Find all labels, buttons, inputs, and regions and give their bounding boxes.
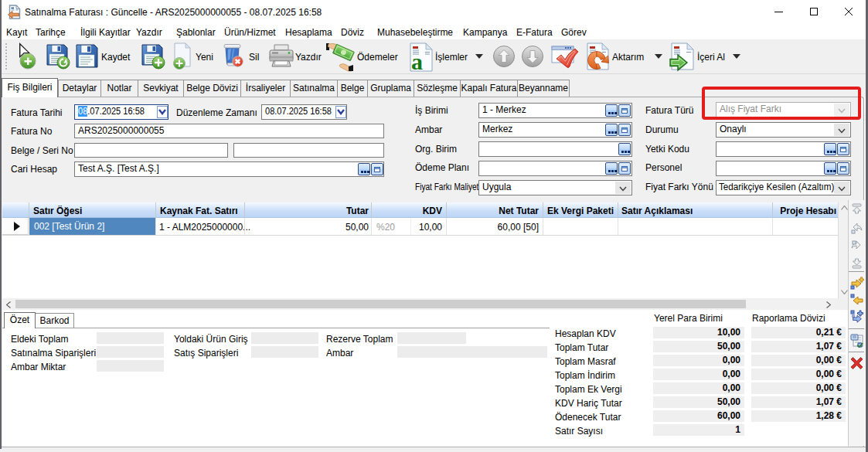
svg-text:a: a [411,49,423,72]
